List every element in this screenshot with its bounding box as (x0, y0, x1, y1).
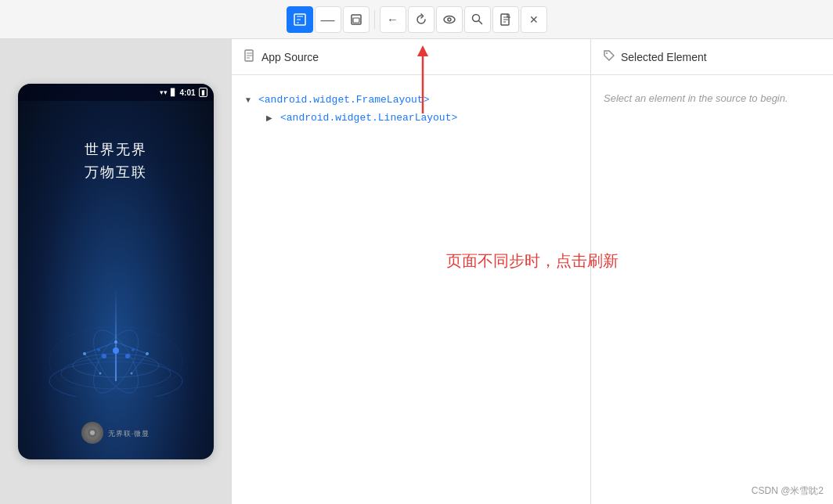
glow-dots (92, 339, 139, 365)
tree-tag-framelayout: <android.widget.FrameLayout> (258, 94, 429, 106)
phone-status-bar: ▾▾ ▊ 4:01 ▮ (18, 84, 214, 101)
tree-item-framelayout[interactable]: ▼ <android.widget.FrameLayout> (244, 91, 578, 109)
selected-panel-header: Selected Element (591, 39, 833, 75)
minimize-button[interactable]: — (315, 6, 341, 33)
toolbar: — ← ✕ (0, 0, 833, 39)
source-doc-icon (244, 49, 255, 64)
phone-splash-text: 世界无界 万物互联 (85, 139, 147, 184)
signal-icon: ▊ (171, 88, 176, 96)
splash-line-1: 世界无界 (85, 139, 147, 161)
source-panel: App Source ▼ <android.widget.FrameLayout… (231, 39, 591, 504)
tag-icon (604, 50, 615, 63)
tree-expand-arrow: ▼ (244, 95, 254, 104)
selected-panel-body: Select an element in the source to begin… (591, 75, 833, 504)
splash-line-2: 万物互联 (85, 161, 147, 184)
svg-point-11 (97, 348, 100, 351)
svg-point-10 (125, 354, 130, 358)
doc-button[interactable] (492, 6, 519, 33)
refresh-button[interactable] (408, 6, 435, 33)
logo-text: 无界联·微显 (108, 429, 150, 439)
svg-point-12 (132, 348, 135, 351)
main-area: ▾▾ ▊ 4:01 ▮ 世界无界 万物互联 (0, 39, 833, 504)
light-beam (115, 287, 117, 381)
selected-element-panel: Selected Element Select an element in th… (591, 39, 833, 504)
source-tree: ▼ <android.widget.FrameLayout> ▶ <androi… (232, 75, 590, 504)
phone-screen: 世界无界 万物互联 (18, 84, 214, 459)
watermark: CSDN @米雪眈2 (752, 484, 824, 498)
eye-button[interactable] (436, 6, 463, 33)
wifi-icon: ▾▾ (160, 88, 168, 96)
svg-point-8 (113, 347, 119, 354)
svg-point-4 (448, 18, 451, 21)
svg-point-29 (90, 430, 95, 435)
expand-button[interactable] (343, 6, 370, 33)
phone-device: ▾▾ ▊ 4:01 ▮ 世界无界 万物互联 (18, 84, 214, 459)
phone-panel: ▾▾ ▊ 4:01 ▮ 世界无界 万物互联 (0, 39, 231, 504)
source-panel-header: App Source (232, 39, 590, 75)
close-button[interactable]: ✕ (521, 6, 547, 33)
tree-tag-linearlayout: <android.widget.LinearLayout> (280, 112, 457, 124)
phone-footer-logo: 无界联·微显 (18, 422, 214, 444)
separator-1 (374, 10, 375, 29)
back-button[interactable]: ← (380, 6, 406, 33)
source-panel-title: App Source (261, 51, 319, 63)
tree-item-linearlayout[interactable]: ▶ <android.widget.LinearLayout> (266, 109, 578, 127)
back-icon: ← (387, 13, 398, 26)
svg-point-9 (102, 354, 106, 358)
tree-children: ▶ <android.widget.LinearLayout> (266, 109, 578, 127)
battery-icon: ▮ (199, 88, 207, 97)
inspect-button[interactable] (287, 6, 313, 33)
selected-panel-title: Selected Element (621, 51, 707, 63)
close-icon: ✕ (529, 13, 539, 26)
svg-point-3 (444, 16, 455, 23)
svg-point-31 (606, 52, 608, 54)
svg-line-6 (479, 21, 482, 24)
tree-expand-arrow-2: ▶ (266, 113, 276, 122)
logo-circle (81, 422, 103, 444)
phone-time: 4:01 (179, 88, 195, 97)
selected-hint-text: Select an element in the source to begin… (604, 92, 788, 104)
minus-icon: — (321, 13, 335, 27)
search-button[interactable] (464, 6, 491, 33)
svg-rect-2 (353, 18, 359, 23)
